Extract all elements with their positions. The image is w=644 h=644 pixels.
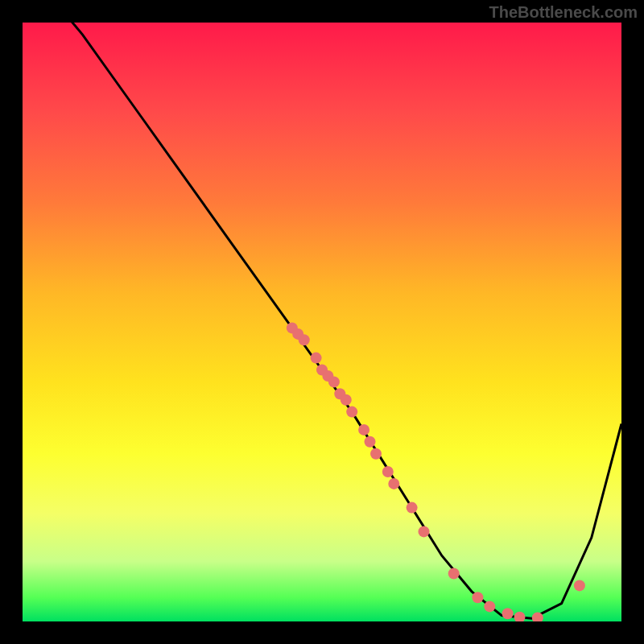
watermark-text: TheBottleneck.com	[489, 3, 638, 22]
data-point	[448, 568, 460, 580]
chart-plot-area	[23, 23, 621, 621]
data-point	[484, 601, 495, 612]
data-point	[502, 608, 514, 619]
data-point	[311, 353, 322, 364]
curve-line	[23, 23, 621, 618]
data-point	[574, 580, 585, 591]
data-point	[382, 466, 394, 477]
data-point	[299, 334, 310, 345]
data-point	[407, 502, 418, 514]
data-point	[341, 394, 352, 406]
data-point	[472, 592, 483, 603]
data-point	[419, 526, 430, 537]
data-point	[514, 612, 526, 621]
data-point	[365, 436, 376, 448]
data-point	[328, 376, 340, 387]
chart-svg	[23, 23, 621, 621]
chart-curve	[23, 23, 621, 618]
data-point	[370, 448, 382, 460]
data-point	[388, 478, 399, 489]
chart-markers	[287, 322, 585, 621]
data-point	[346, 407, 357, 418]
data-point	[358, 424, 369, 436]
